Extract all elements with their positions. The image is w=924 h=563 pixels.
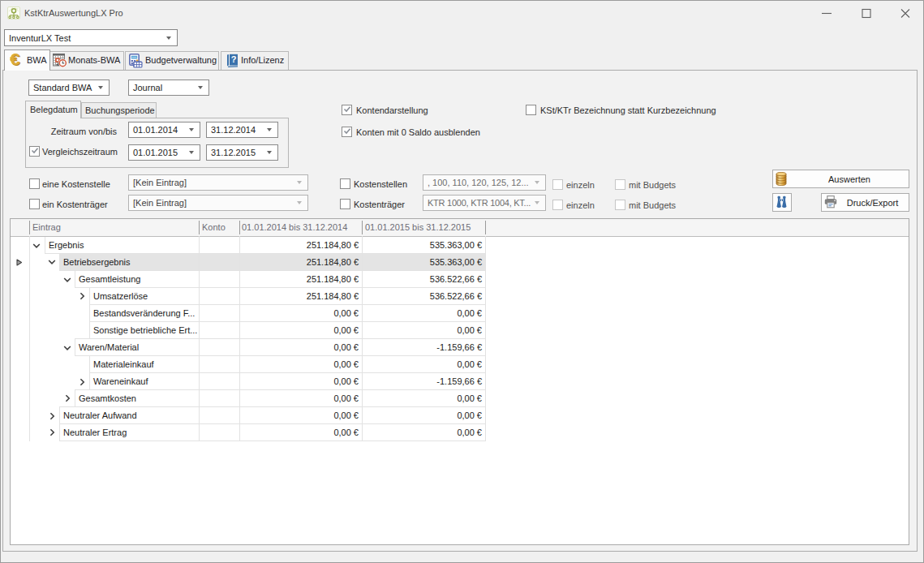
svg-text:?: ?: [231, 54, 237, 64]
